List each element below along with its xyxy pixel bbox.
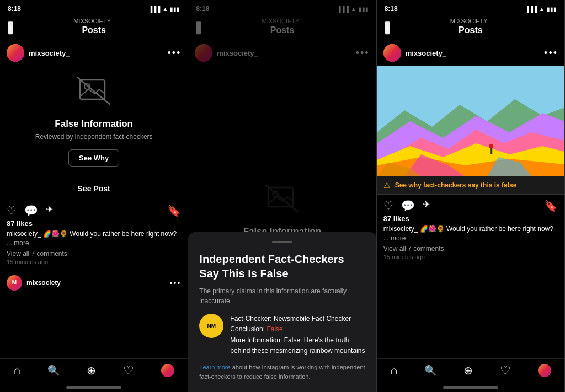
panel-2: 8:18 ▐▐▐ ▲ ▮▮▮ ‹ MIXSOCIETY_ Posts mixso… — [188, 0, 376, 392]
caption-more-1[interactable]: ... more — [7, 239, 29, 247]
fact-check-banner-3[interactable]: ⚠ See why fact-checkers say this is fals… — [377, 176, 564, 195]
signal-icon-3: ▐▐▐ — [525, 6, 537, 12]
bottom-nav-3: ⌂ 🔍 ⊕ ♡ — [377, 358, 564, 384]
false-info-title-1: False Information — [55, 119, 133, 130]
bookmark-icon-1[interactable]: 🔖 — [167, 204, 181, 217]
fact-check-text-3[interactable]: See why fact-checkers say this is false — [395, 181, 517, 189]
mountain-svg-3 — [377, 66, 564, 176]
panel-3: 8:18 ▐▐▐ ▲ ▮▮▮ ‹ MIXSOCIETY_ Posts mixso… — [377, 0, 565, 392]
post-info-1: 87 likes mixsociety_ 🌈🌺🌻 Would you rathe… — [0, 219, 188, 269]
battery-icon: ▮▮▮ — [170, 6, 180, 12]
caption-more-3[interactable]: ... more — [383, 234, 406, 242]
svg-point-8 — [383, 44, 401, 62]
share-icon-1[interactable]: ✈ — [46, 204, 53, 217]
activity-nav-icon-3[interactable]: ♡ — [500, 363, 511, 378]
post-more-3[interactable]: ••• — [544, 47, 558, 59]
nav-username-1: MIXSOCIETY_ — [73, 18, 114, 24]
home-indicator-bar-3 — [443, 386, 498, 389]
post-image-3 — [377, 66, 564, 176]
svg-point-16 — [489, 144, 493, 148]
next-post-left-1: M mixsociety_ — [7, 275, 65, 291]
see-post-label-1[interactable]: See Post — [0, 178, 188, 200]
add-nav-icon-1[interactable]: ⊕ — [87, 364, 96, 377]
post-username-1[interactable]: mixsociety_ — [29, 49, 70, 57]
conclusion-2: Conclusion: False — [230, 324, 365, 335]
avatar-3[interactable] — [383, 44, 401, 62]
activity-nav-icon-1[interactable]: ♡ — [123, 363, 134, 378]
nav-title-3: Posts — [459, 25, 483, 35]
post-actions-left-1: ♡ 💬 ✈ — [7, 204, 53, 217]
status-icons-1: ▐▐▐ ▲ ▮▮▮ — [148, 6, 180, 12]
home-indicator-3 — [377, 384, 564, 392]
add-nav-icon-3[interactable]: ⊕ — [463, 364, 473, 377]
bottom-sheet-2: Independent Fact-Checkers Say This Is Fa… — [188, 232, 376, 392]
wifi-icon-3: ▲ — [539, 6, 545, 12]
status-icons-3: ▐▐▐ ▲ ▮▮▮ — [525, 6, 557, 12]
false-info-subtitle-1: Reviewed by independent fact-checkers — [35, 133, 153, 141]
learn-more-link-2[interactable]: Learn more — [199, 364, 230, 370]
profile-nav-1[interactable] — [161, 364, 174, 377]
post-header-left-3: mixsociety_ — [383, 44, 446, 62]
next-username-1: mixsociety_ — [26, 279, 65, 287]
heart-icon-3[interactable]: ♡ — [383, 199, 393, 212]
post-header-1: mixsociety_ ••• — [0, 40, 188, 66]
fact-checker-name-2: Fact-Checker: Newsmobile Fact Checker — [230, 314, 365, 324]
comment-icon-1[interactable]: 💬 — [24, 204, 38, 217]
next-more-1[interactable]: ••• — [170, 278, 182, 287]
comment-icon-3[interactable]: 💬 — [401, 199, 415, 212]
wifi-icon: ▲ — [162, 6, 168, 12]
post-username-3[interactable]: mixsociety_ — [406, 49, 446, 57]
see-why-button-1[interactable]: See Why — [68, 149, 119, 167]
home-nav-icon-3[interactable]: ⌂ — [390, 363, 397, 378]
post-header-3: mixsociety_ ••• — [377, 40, 564, 66]
caption-3: mixsociety_ 🌈🌺🌻 Would you rather be here… — [383, 224, 558, 243]
svg-point-0 — [7, 44, 24, 62]
likes-count-3: 87 likes — [383, 214, 558, 223]
avatar-1[interactable] — [7, 44, 24, 62]
home-indicator-bar-1 — [66, 386, 121, 389]
fact-checker-row-2: NM Fact-Checker: Newsmobile Fact Checker… — [199, 314, 365, 356]
panel-1: 8:18 ▐▐▐ ▲ ▮▮▮ ‹ MIXSOCIETY_ Posts mixso… — [0, 0, 188, 392]
bottom-nav-1: ⌂ 🔍 ⊕ ♡ — [0, 358, 188, 384]
nav-bar-1: ‹ MIXSOCIETY_ Posts — [0, 15, 188, 40]
back-button-1[interactable]: ‹ — [8, 21, 13, 35]
search-nav-icon-1[interactable]: 🔍 — [47, 364, 60, 377]
post-info-3: 87 likes mixsociety_ 🌈🌺🌻 Would you rathe… — [377, 214, 564, 264]
next-post-header-1: M mixsociety_ ••• — [0, 271, 188, 295]
fact-checker-logo-2: NM — [199, 314, 223, 338]
conclusion-value-2: False — [266, 325, 282, 333]
sheet-learn-2: Learn more about how Instagram is workin… — [199, 363, 365, 381]
post-more-1[interactable]: ••• — [167, 47, 181, 59]
time-ago-3: 15 minutes ago — [383, 254, 558, 260]
back-button-3[interactable]: ‹ — [385, 21, 390, 35]
fact-checker-info-2: Fact-Checker: Newsmobile Fact Checker Co… — [230, 314, 365, 356]
post-actions-1: ♡ 💬 ✈ 🔖 — [0, 200, 188, 219]
nav-bar-3: ‹ MIXSOCIETY_ Posts — [377, 15, 564, 40]
post-header-left-1: mixsociety_ — [7, 44, 70, 62]
bookmark-icon-3[interactable]: 🔖 — [544, 199, 558, 212]
comments-link-1[interactable]: View all 7 comments — [7, 250, 181, 257]
search-nav-icon-3[interactable]: 🔍 — [424, 364, 436, 377]
home-indicator-1 — [0, 384, 188, 392]
battery-icon-3: ▮▮▮ — [547, 6, 557, 12]
signal-icon: ▐▐▐ — [148, 6, 160, 12]
nav-username-3: MIXSOCIETY_ — [450, 18, 491, 24]
post-actions-3: ♡ 💬 ✈ 🔖 — [377, 195, 564, 214]
false-info-container-1: False Information Reviewed by independen… — [0, 66, 188, 178]
time-ago-1: 15 minutes ago — [7, 259, 181, 265]
comments-link-3[interactable]: View all 7 comments — [383, 245, 558, 253]
sheet-desc-2: The primary claims in this information a… — [199, 286, 365, 306]
heart-icon-1[interactable]: ♡ — [7, 204, 17, 217]
share-icon-3[interactable]: ✈ — [423, 199, 430, 212]
profile-nav-3[interactable] — [538, 364, 551, 377]
post-actions-left-3: ♡ 💬 ✈ — [383, 199, 430, 212]
status-time-1: 8:18 — [8, 5, 21, 13]
warning-icon-3: ⚠ — [383, 181, 391, 190]
sheet-title-2: Independent Fact-Checkers Say This Is Fa… — [199, 252, 365, 281]
more-info-2: More Information: False: Here's the trut… — [230, 335, 365, 356]
status-bar-3: 8:18 ▐▐▐ ▲ ▮▮▮ — [377, 0, 564, 15]
home-nav-icon-1[interactable]: ⌂ — [13, 363, 20, 378]
status-bar-1: 8:18 ▐▐▐ ▲ ▮▮▮ — [0, 0, 188, 15]
false-info-icon-1 — [77, 77, 110, 111]
next-avatar-1[interactable]: M — [7, 275, 22, 291]
